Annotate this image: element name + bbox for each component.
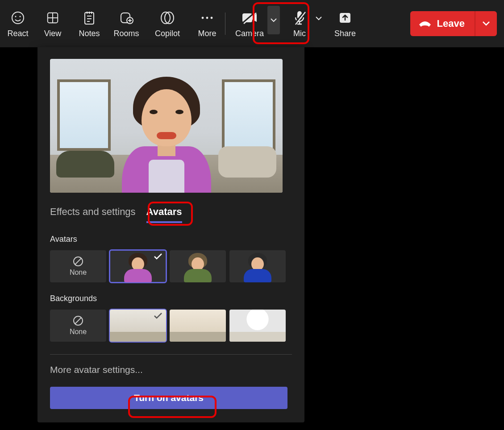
share-icon bbox=[338, 10, 352, 25]
tab-avatars[interactable]: Avatars bbox=[146, 206, 182, 223]
avatar-options-row: None bbox=[50, 250, 292, 282]
tab-effects-settings[interactable]: Effects and settings bbox=[50, 206, 136, 223]
camera-label: Camera bbox=[235, 29, 264, 38]
rooms-button[interactable]: Rooms bbox=[111, 0, 142, 47]
background-options-row: None bbox=[50, 310, 292, 342]
mic-group: Mic bbox=[286, 0, 324, 47]
more-label: More bbox=[198, 29, 216, 38]
grid-icon bbox=[46, 10, 59, 25]
svg-line-32 bbox=[75, 258, 81, 265]
leave-button-group: Leave bbox=[410, 11, 497, 36]
notes-label: Notes bbox=[79, 29, 100, 38]
rooms-label: Rooms bbox=[113, 29, 139, 38]
none-icon bbox=[73, 256, 83, 267]
chevron-down-icon bbox=[482, 21, 490, 26]
more-button[interactable]: More bbox=[194, 0, 221, 47]
meeting-toolbar: React View Notes Rooms bbox=[0, 0, 504, 47]
copilot-label: Copilot bbox=[155, 29, 180, 38]
share-label: Share bbox=[334, 29, 356, 38]
avatar-preview bbox=[50, 59, 283, 193]
notes-icon bbox=[83, 10, 96, 25]
svg-point-20 bbox=[206, 17, 208, 19]
avatars-section-label: Avatars bbox=[50, 235, 292, 244]
toolbar-separator bbox=[225, 12, 225, 35]
none-icon bbox=[73, 315, 83, 326]
camera-button[interactable]: Camera bbox=[230, 0, 269, 47]
share-button[interactable]: Share bbox=[332, 0, 358, 47]
avatar-option-3[interactable] bbox=[229, 250, 286, 282]
chevron-down-icon bbox=[315, 16, 322, 21]
leave-button[interactable]: Leave bbox=[410, 11, 475, 36]
copilot-icon bbox=[160, 10, 175, 25]
check-icon bbox=[154, 312, 162, 319]
mic-off-icon bbox=[293, 10, 306, 25]
svg-point-21 bbox=[211, 17, 213, 19]
leave-options-button[interactable] bbox=[475, 11, 497, 36]
camera-group: Camera bbox=[230, 0, 280, 47]
svg-point-0 bbox=[12, 12, 24, 24]
avatar-figure bbox=[108, 75, 225, 193]
hangup-icon bbox=[418, 19, 432, 28]
background-option-1[interactable] bbox=[110, 310, 166, 342]
avatar-option-none-label: None bbox=[70, 269, 87, 277]
avatar-option-none[interactable]: None bbox=[50, 250, 106, 282]
background-option-none[interactable]: None bbox=[50, 310, 106, 342]
more-avatar-settings-link[interactable]: More avatar settings... bbox=[50, 364, 292, 375]
mic-options-button[interactable] bbox=[314, 13, 324, 23]
svg-point-1 bbox=[15, 16, 17, 17]
turn-on-avatars-button[interactable]: Turn on avatars bbox=[50, 387, 287, 409]
view-label: View bbox=[44, 29, 62, 38]
background-option-none-label: None bbox=[70, 328, 87, 336]
check-icon bbox=[154, 253, 162, 260]
rooms-icon bbox=[119, 10, 133, 25]
notes-button[interactable]: Notes bbox=[76, 0, 103, 47]
view-button[interactable]: View bbox=[39, 0, 66, 47]
react-label: React bbox=[7, 29, 28, 38]
mic-label: Mic bbox=[293, 29, 306, 38]
background-option-2[interactable] bbox=[170, 310, 226, 342]
chevron-down-icon bbox=[270, 18, 277, 22]
smiley-icon bbox=[11, 10, 25, 25]
camera-off-icon bbox=[241, 10, 258, 25]
backgrounds-section-label: Backgrounds bbox=[50, 294, 292, 303]
svg-point-19 bbox=[202, 17, 204, 19]
camera-panel-tabs: Effects and settings Avatars bbox=[50, 206, 292, 223]
svg-point-2 bbox=[20, 16, 21, 17]
camera-settings-panel: Effects and settings Avatars Avatars Non… bbox=[37, 47, 304, 422]
mic-button[interactable]: Mic bbox=[286, 0, 313, 47]
panel-divider bbox=[50, 354, 292, 355]
avatar-option-1[interactable] bbox=[110, 250, 166, 282]
react-button[interactable]: React bbox=[4, 0, 31, 47]
svg-line-34 bbox=[75, 318, 81, 324]
leave-label: Leave bbox=[437, 18, 465, 29]
avatar-option-2[interactable] bbox=[170, 250, 226, 282]
background-option-3[interactable] bbox=[229, 310, 286, 342]
camera-options-button[interactable] bbox=[267, 6, 280, 34]
more-icon bbox=[200, 10, 214, 25]
copilot-button[interactable]: Copilot bbox=[148, 0, 187, 47]
share-group: Share bbox=[332, 0, 358, 47]
